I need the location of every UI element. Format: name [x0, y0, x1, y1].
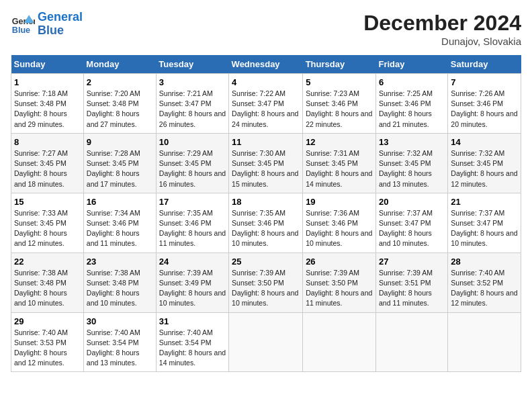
- day-detail: Sunrise: 7:35 AMSunset: 3:46 PMDaylight:…: [159, 209, 226, 248]
- day-cell: 11 Sunrise: 7:30 AMSunset: 3:45 PMDaylig…: [229, 133, 303, 193]
- day-cell: 30 Sunrise: 7:40 AMSunset: 3:54 PMDaylig…: [83, 312, 156, 372]
- day-number: 31: [159, 316, 226, 326]
- day-cell: 5 Sunrise: 7:23 AMSunset: 3:46 PMDayligh…: [303, 74, 376, 134]
- day-cell: 20 Sunrise: 7:37 AMSunset: 3:47 PMDaylig…: [375, 193, 447, 253]
- day-cell: 23 Sunrise: 7:38 AMSunset: 3:48 PMDaylig…: [83, 253, 156, 312]
- day-cell: 15 Sunrise: 7:33 AMSunset: 3:45 PMDaylig…: [11, 193, 84, 253]
- day-cell: 7 Sunrise: 7:26 AMSunset: 3:46 PMDayligh…: [448, 74, 521, 134]
- day-detail: Sunrise: 7:37 AMSunset: 3:47 PMDaylight:…: [451, 209, 517, 248]
- day-number: 5: [306, 77, 373, 87]
- weekday-header-thursday: Thursday: [303, 55, 376, 74]
- day-detail: Sunrise: 7:34 AMSunset: 3:46 PMDaylight:…: [87, 209, 140, 248]
- day-cell: 14 Sunrise: 7:32 AMSunset: 3:45 PMDaylig…: [448, 133, 521, 193]
- day-detail: Sunrise: 7:35 AMSunset: 3:46 PMDaylight:…: [232, 209, 298, 248]
- day-detail: Sunrise: 7:37 AMSunset: 3:47 PMDaylight:…: [379, 209, 433, 248]
- day-cell: [448, 312, 521, 372]
- weekday-header-saturday: Saturday: [448, 55, 521, 74]
- week-row-3: 15 Sunrise: 7:33 AMSunset: 3:45 PMDaylig…: [11, 193, 521, 253]
- day-number: 24: [159, 257, 226, 267]
- day-detail: Sunrise: 7:21 AMSunset: 3:47 PMDaylight:…: [159, 89, 226, 128]
- logo-blue: Blue: [38, 24, 83, 38]
- day-cell: 8 Sunrise: 7:27 AMSunset: 3:45 PMDayligh…: [11, 133, 84, 193]
- calendar-table: SundayMondayTuesdayWednesdayThursdayFrid…: [11, 55, 521, 372]
- day-number: 15: [14, 197, 81, 207]
- day-detail: Sunrise: 7:28 AMSunset: 3:45 PMDaylight:…: [87, 149, 140, 188]
- svg-text:Blue: Blue: [12, 25, 30, 34]
- day-cell: 12 Sunrise: 7:31 AMSunset: 3:45 PMDaylig…: [303, 133, 376, 193]
- day-number: 14: [451, 137, 518, 147]
- day-detail: Sunrise: 7:29 AMSunset: 3:45 PMDaylight:…: [159, 149, 226, 188]
- day-number: 18: [232, 197, 300, 207]
- day-number: 10: [159, 137, 226, 147]
- day-detail: Sunrise: 7:32 AMSunset: 3:45 PMDaylight:…: [451, 149, 517, 188]
- day-number: 3: [159, 77, 226, 87]
- day-cell: 16 Sunrise: 7:34 AMSunset: 3:46 PMDaylig…: [83, 193, 156, 253]
- day-number: 20: [379, 197, 445, 207]
- day-number: 4: [232, 77, 300, 87]
- day-number: 1: [14, 77, 81, 87]
- weekday-header-row: SundayMondayTuesdayWednesdayThursdayFrid…: [11, 55, 521, 74]
- day-cell: 4 Sunrise: 7:22 AMSunset: 3:47 PMDayligh…: [229, 74, 303, 134]
- week-row-4: 22 Sunrise: 7:38 AMSunset: 3:48 PMDaylig…: [11, 253, 521, 312]
- day-detail: Sunrise: 7:39 AMSunset: 3:50 PMDaylight:…: [232, 269, 298, 308]
- day-cell: [303, 312, 376, 372]
- day-cell: 26 Sunrise: 7:39 AMSunset: 3:50 PMDaylig…: [303, 253, 376, 312]
- day-number: 22: [14, 257, 81, 267]
- day-detail: Sunrise: 7:18 AMSunset: 3:48 PMDaylight:…: [14, 89, 68, 128]
- month-title: December 2024: [363, 11, 521, 36]
- weekday-header-monday: Monday: [83, 55, 156, 74]
- day-number: 2: [87, 77, 153, 87]
- week-row-1: 1 Sunrise: 7:18 AMSunset: 3:48 PMDayligh…: [11, 74, 521, 134]
- day-cell: 3 Sunrise: 7:21 AMSunset: 3:47 PMDayligh…: [156, 74, 228, 134]
- day-detail: Sunrise: 7:40 AMSunset: 3:52 PMDaylight:…: [451, 269, 517, 308]
- day-detail: Sunrise: 7:40 AMSunset: 3:54 PMDaylight:…: [87, 328, 140, 367]
- day-number: 7: [451, 77, 518, 87]
- day-detail: Sunrise: 7:38 AMSunset: 3:48 PMDaylight:…: [87, 269, 140, 308]
- day-detail: Sunrise: 7:31 AMSunset: 3:45 PMDaylight:…: [306, 149, 372, 188]
- day-cell: [229, 312, 303, 372]
- day-number: 9: [87, 137, 153, 147]
- day-number: 6: [379, 77, 445, 87]
- day-detail: Sunrise: 7:39 AMSunset: 3:51 PMDaylight:…: [379, 269, 433, 308]
- day-number: 12: [306, 137, 373, 147]
- day-number: 30: [87, 316, 153, 326]
- weekday-header-friday: Friday: [375, 55, 447, 74]
- day-detail: Sunrise: 7:26 AMSunset: 3:46 PMDaylight:…: [451, 89, 517, 128]
- day-detail: Sunrise: 7:36 AMSunset: 3:46 PMDaylight:…: [306, 209, 372, 248]
- day-cell: 9 Sunrise: 7:28 AMSunset: 3:45 PMDayligh…: [83, 133, 156, 193]
- day-detail: Sunrise: 7:20 AMSunset: 3:48 PMDaylight:…: [87, 89, 140, 128]
- day-number: 29: [14, 316, 81, 326]
- day-detail: Sunrise: 7:27 AMSunset: 3:45 PMDaylight:…: [14, 149, 68, 188]
- day-detail: Sunrise: 7:25 AMSunset: 3:46 PMDaylight:…: [379, 89, 433, 128]
- day-number: 28: [451, 257, 518, 267]
- day-cell: 29 Sunrise: 7:40 AMSunset: 3:53 PMDaylig…: [11, 312, 84, 372]
- day-cell: 18 Sunrise: 7:35 AMSunset: 3:46 PMDaylig…: [229, 193, 303, 253]
- day-number: 27: [379, 257, 445, 267]
- day-cell: 24 Sunrise: 7:39 AMSunset: 3:49 PMDaylig…: [156, 253, 228, 312]
- day-number: 25: [232, 257, 300, 267]
- day-cell: 22 Sunrise: 7:38 AMSunset: 3:48 PMDaylig…: [11, 253, 84, 312]
- day-number: 11: [232, 137, 300, 147]
- day-cell: 6 Sunrise: 7:25 AMSunset: 3:46 PMDayligh…: [375, 74, 447, 134]
- day-cell: 28 Sunrise: 7:40 AMSunset: 3:52 PMDaylig…: [448, 253, 521, 312]
- day-detail: Sunrise: 7:40 AMSunset: 3:54 PMDaylight:…: [159, 328, 226, 367]
- day-detail: Sunrise: 7:23 AMSunset: 3:46 PMDaylight:…: [306, 89, 372, 128]
- week-row-2: 8 Sunrise: 7:27 AMSunset: 3:45 PMDayligh…: [11, 133, 521, 193]
- day-number: 16: [87, 197, 153, 207]
- day-detail: Sunrise: 7:30 AMSunset: 3:45 PMDaylight:…: [232, 149, 298, 188]
- logo-icon: General Blue: [11, 12, 35, 36]
- day-number: 23: [87, 257, 153, 267]
- week-row-5: 29 Sunrise: 7:40 AMSunset: 3:53 PMDaylig…: [11, 312, 521, 372]
- day-cell: 1 Sunrise: 7:18 AMSunset: 3:48 PMDayligh…: [11, 74, 84, 134]
- day-cell: 21 Sunrise: 7:37 AMSunset: 3:47 PMDaylig…: [448, 193, 521, 253]
- day-number: 17: [159, 197, 226, 207]
- day-cell: 27 Sunrise: 7:39 AMSunset: 3:51 PMDaylig…: [375, 253, 447, 312]
- day-number: 19: [306, 197, 373, 207]
- day-detail: Sunrise: 7:39 AMSunset: 3:50 PMDaylight:…: [306, 269, 372, 308]
- day-cell: 19 Sunrise: 7:36 AMSunset: 3:46 PMDaylig…: [303, 193, 376, 253]
- location-subtitle: Dunajov, Slovakia: [363, 36, 521, 47]
- day-number: 26: [306, 257, 373, 267]
- day-cell: 17 Sunrise: 7:35 AMSunset: 3:46 PMDaylig…: [156, 193, 228, 253]
- weekday-header-sunday: Sunday: [11, 55, 84, 74]
- day-cell: 10 Sunrise: 7:29 AMSunset: 3:45 PMDaylig…: [156, 133, 228, 193]
